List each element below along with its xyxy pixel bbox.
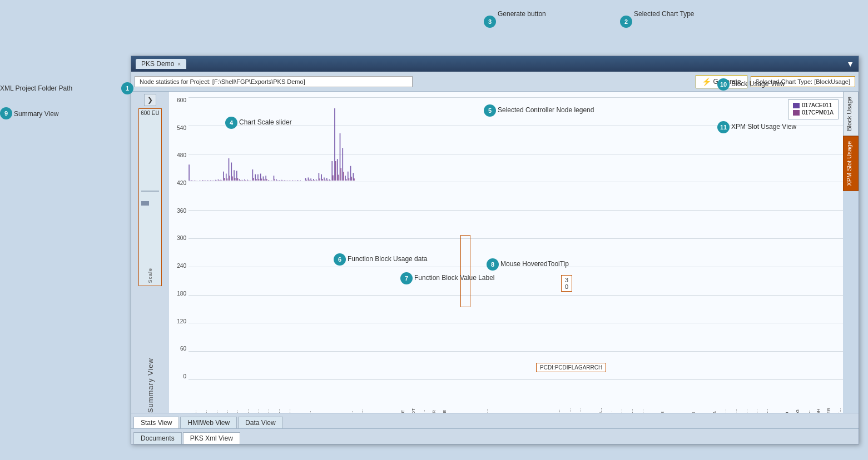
data-view-tab[interactable]: Data View: [238, 417, 282, 428]
x-label-49: SCL.SITI: [702, 408, 707, 413]
expand-button[interactable]: ❯: [144, 94, 156, 106]
x-label-17: LOGIC.GE: [369, 408, 374, 413]
svg-rect-92: [310, 178, 311, 181]
scale-slider-thumb[interactable]: [141, 201, 149, 206]
svg-rect-93: [311, 180, 313, 181]
x-label-3: AUXILIARY.SIGNRY: [224, 408, 229, 413]
svg-rect-123: [351, 177, 352, 181]
right-tabs: Block Usage XPM Slot Usage: [843, 92, 859, 413]
annotation-7: 7: [400, 272, 413, 284]
y-label-360: 360: [177, 208, 186, 214]
svg-rect-116: [342, 148, 343, 181]
svg-rect-30: [229, 158, 230, 181]
svg-rect-32: [231, 163, 232, 181]
svg-rect-34: [234, 170, 235, 181]
x-label-45: RGC.RNOSE: [660, 408, 665, 413]
pks-xml-view-tab[interactable]: PKS Xml View: [183, 432, 240, 444]
svg-rect-55: [261, 179, 262, 181]
documents-tab[interactable]: Documents: [133, 432, 182, 444]
svg-rect-114: [340, 133, 341, 181]
svg-rect-23: [219, 180, 220, 181]
x-label-36: PARLIBANA.STRU: [567, 408, 572, 413]
svg-rect-8: [199, 181, 200, 181]
svg-rect-97: [316, 181, 318, 181]
svg-rect-72: [284, 180, 285, 181]
svg-rect-100: [321, 174, 322, 181]
legend-color-1: [793, 103, 800, 108]
x-label-26: LOGICELSE: [463, 408, 468, 413]
svg-rect-117: [343, 172, 344, 181]
hmiweb-view-tab[interactable]: HMIWeb View: [180, 417, 237, 428]
svg-rect-56: [263, 177, 264, 181]
annotation-1: 1: [121, 82, 133, 94]
svg-rect-22: [218, 179, 219, 181]
chart-area: 600 540 480 420 360 300 240 180 120 60 0: [169, 92, 843, 413]
svg-rect-74: [286, 181, 287, 181]
svg-rect-121: [349, 178, 350, 181]
annotation-10: 10: [717, 78, 730, 91]
tooltip-v1: 3: [565, 277, 568, 283]
svg-rect-49: [253, 178, 254, 181]
y-label-540: 540: [177, 125, 186, 131]
close-icon[interactable]: ×: [177, 61, 181, 67]
x-label-18: LOGIC.LE: [380, 408, 385, 413]
x-label-46: RGC.NOUT: [671, 408, 676, 413]
summary-view-label: Summary View: [146, 353, 155, 413]
svg-rect-82: [297, 180, 298, 181]
svg-rect-88: [305, 178, 306, 181]
x-label-39: PARLIBWOB.VAL: [598, 408, 603, 413]
title-bar: PKS Demo × ▼: [131, 56, 859, 72]
x-label-9: CEMS_20130312.AV: [286, 408, 291, 413]
function-block-value-label: 3 0: [561, 275, 572, 292]
x-label-20: LOGICPULSE: [400, 408, 405, 413]
svg-rect-91: [309, 180, 310, 181]
svg-rect-106: [329, 179, 330, 181]
annotation-5-label: Selected Controller Node legend: [498, 106, 594, 114]
svg-rect-67: [277, 181, 278, 181]
svg-rect-27: [224, 178, 225, 181]
stats-view-tab[interactable]: Stats View: [133, 417, 179, 428]
x-label-35: PARLIBANACOM: [556, 408, 561, 413]
x-label-42: PCDI.PCDIFLAGARCH: [629, 408, 634, 413]
annotation-11: 11: [717, 121, 730, 133]
app-tab[interactable]: PKS Demo ×: [136, 59, 186, 69]
svg-rect-18: [212, 181, 214, 181]
svg-rect-26: [223, 172, 224, 181]
block-usage-tab[interactable]: Block Usage: [843, 92, 859, 136]
svg-rect-35: [235, 178, 236, 181]
y-label-180: 180: [177, 291, 186, 297]
app-tab-label: PKS Demo: [141, 60, 174, 68]
xpm-slot-usage-tab[interactable]: XPM Slot Usage: [843, 136, 859, 191]
x-label-6: CEMS_20130312.AV: [255, 408, 260, 413]
svg-rect-80: [295, 181, 296, 181]
x-label-22: LOGICTOR.DELAY: [421, 408, 426, 413]
svg-rect-70: [281, 180, 282, 181]
svg-rect-37: [237, 178, 239, 181]
x-label-34: MATH.SUM: [546, 408, 551, 413]
svg-rect-115: [340, 168, 341, 181]
svg-rect-44: [247, 180, 248, 181]
scale-slider-track[interactable]: [141, 191, 159, 192]
svg-rect-94: [313, 179, 314, 181]
svg-rect-53: [259, 179, 260, 181]
mouse-hovered-tooltip: PCDI:PCDIFLAGARRCH: [536, 363, 606, 372]
x-label-43: CCBPCDIFLAGARCH: [639, 408, 644, 413]
x-label-50: SCL.OA-CHA: [712, 408, 717, 413]
window-dropdown-icon[interactable]: ▼: [846, 59, 854, 68]
annotation-8: 8: [487, 258, 499, 271]
x-label-62: UTILITY.TYPECONVE: [837, 408, 842, 413]
y-axis: 600 540 480 420 360 300 240 180 120 60 0: [169, 97, 189, 379]
generate-icon: ⚡: [702, 77, 711, 86]
svg-rect-104: [326, 178, 328, 181]
svg-rect-24: [220, 180, 221, 181]
x-label-27: LOGIC.ING: [473, 408, 478, 413]
svg-rect-78: [292, 180, 293, 181]
x-label-1: AUXILIARY.RSUM: [203, 408, 208, 413]
svg-rect-103: [325, 180, 326, 181]
svg-rect-57: [264, 179, 265, 181]
legend-label-1: 017ACE011: [802, 102, 832, 108]
x-label-25: LOGICNG: [453, 408, 458, 413]
bottom-tabs-bar-2: Documents PKS Xml View: [131, 428, 859, 444]
svg-rect-119: [346, 179, 347, 181]
svg-rect-28: [226, 174, 227, 181]
